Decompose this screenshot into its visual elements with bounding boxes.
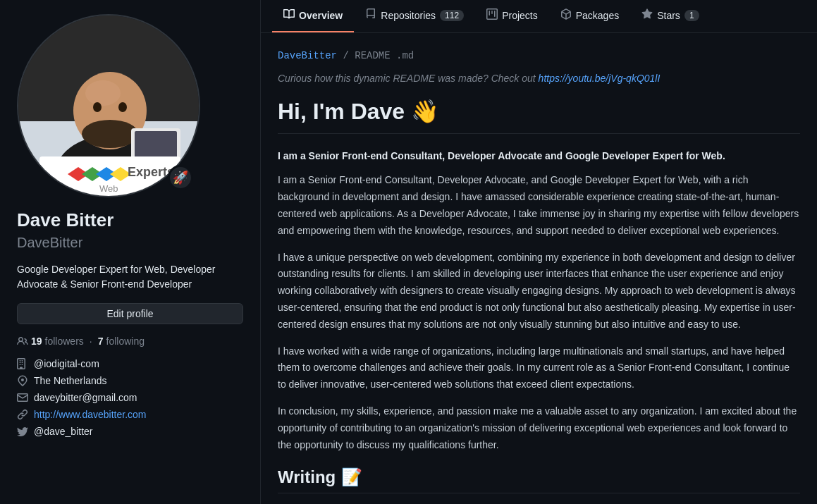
breadcrumb-file: README [355,50,390,61]
tab-overview[interactable]: Overview [272,0,354,32]
followers-label: followers [45,336,84,347]
separator: · [90,336,92,347]
writing-heading: Writing 📝 [278,467,800,493]
repo-icon [365,8,376,23]
email-icon [17,392,28,403]
book-icon [283,8,295,23]
tab-packages-label: Packages [576,10,619,21]
tab-projects[interactable]: Projects [475,0,549,32]
svg-point-6 [82,120,138,148]
followers-row: 19 followers · 7 following [17,336,243,347]
svg-point-8 [118,102,127,112]
building-icon [17,358,28,369]
twitter-icon [17,426,28,437]
readme-para-3: I have worked with a wide range of organ… [278,343,800,393]
avatar-wrapper: Experts Web 🚀 [17,14,200,197]
meta-item-twitter: @dave_bitter [17,426,243,437]
note-link[interactable]: https://youtu.be/jVg-qkQ01lI [539,73,661,84]
writing-emoji: 📝 [341,467,362,487]
svg-text:Web: Web [99,183,118,194]
location-text: The Netherlands [34,375,107,386]
readme-container: DaveBitter / README .md Curious how this… [261,33,817,504]
rocket-badge: 🚀 [168,165,193,190]
svg-rect-10 [135,131,177,159]
twitter-text: @dave_bitter [34,426,92,437]
stars-badge: 1 [684,10,699,21]
meta-list: @iodigital-com The Netherlands davey [17,358,243,437]
svg-point-5 [85,80,121,106]
profile-bio: Google Developer Expert for Web, Develop… [17,262,243,292]
tab-overview-label: Overview [299,10,343,21]
readme-heading: Hi, I'm Dave 👋 [278,98,800,134]
readme-breadcrumb: DaveBitter / README .md [278,50,800,61]
following-label: following [106,336,145,347]
svg-point-7 [93,102,102,112]
tab-stars-label: Stars [657,10,680,21]
meta-item-location: The Netherlands [17,375,243,386]
followers-count[interactable]: 19 [31,336,42,347]
meta-item-website: http://www.davebitter.com [17,409,243,420]
tab-packages[interactable]: Packages [549,0,630,32]
project-icon [486,8,498,23]
profile-username: DaveBitter [17,235,243,251]
location-icon [17,375,28,386]
tab-repos-label: Repositories [381,10,436,21]
readme-para-1: I am a Senior Front-end Consultant, Deve… [278,172,800,239]
tab-projects-label: Projects [502,10,538,21]
star-icon [641,8,653,23]
meta-item-org: @iodigital-com [17,358,243,369]
writing-label: Writing [278,467,336,487]
package-icon [560,8,572,23]
website-link[interactable]: http://www.davebitter.com [34,409,147,420]
email-text: daveybitter@gmail.com [34,392,137,403]
profile-name: Dave Bitter [17,209,243,232]
edit-profile-button[interactable]: Edit profile [17,303,243,324]
readme-strong-intro: I am a Senior Front-end Consultant, Deve… [278,148,800,164]
org-text: @iodigital-com [34,358,99,369]
meta-item-email: daveybitter@gmail.com [17,392,243,403]
nav-tabs: Overview Repositories 112 [261,0,817,33]
readme-note: Curious how this dynamic README was made… [278,73,800,84]
main-content: Overview Repositories 112 [261,0,817,504]
breadcrumb-user: DaveBitter [278,50,337,61]
breadcrumb-ext: .md [396,50,414,61]
people-icon [17,336,28,347]
tab-stars[interactable]: Stars 1 [630,0,710,32]
readme-para-2: I have a unique perspective on web devel… [278,250,800,333]
readme-para-4: In conclusion, my skills, experience, an… [278,403,800,453]
breadcrumb-separator: / [343,50,355,61]
repos-badge: 112 [440,10,464,21]
sidebar: Experts Web 🚀 Dave Bitter DaveBitter Goo… [0,0,261,504]
link-icon [17,409,28,420]
following-count[interactable]: 7 [98,336,104,347]
tab-repositories[interactable]: Repositories 112 [354,0,475,32]
content-area: DaveBitter / README .md Curious how this… [261,33,817,504]
note-text: Curious how this dynamic README was made… [278,73,539,84]
